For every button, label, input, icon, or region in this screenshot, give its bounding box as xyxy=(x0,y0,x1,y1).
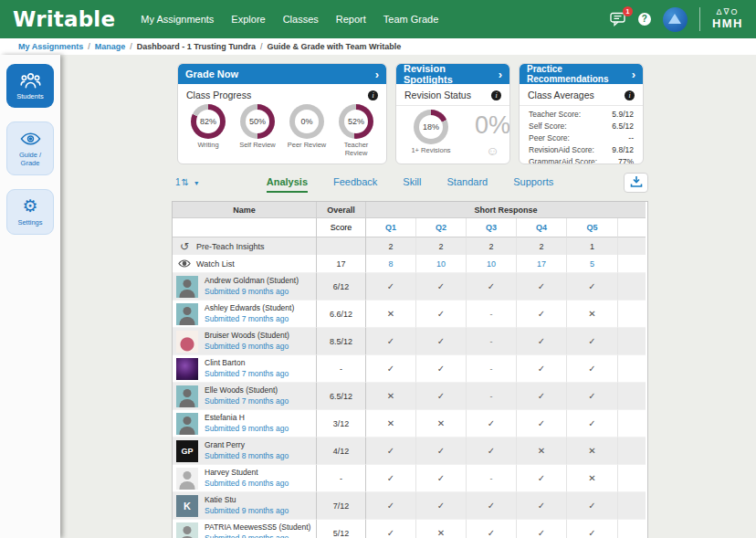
student-q5-cell: ✓ xyxy=(567,382,618,409)
sort-numeric-icon[interactable]: 1⇅ ▼ xyxy=(175,177,201,187)
student-row-name[interactable]: GPGrant PerrySubmitted 8 months ago xyxy=(173,437,317,464)
breadcrumb-item-dashboard-1-trusting-tundra: Dashboard - 1 Trusting Tundra xyxy=(137,42,256,51)
nav-item-my-assignments[interactable]: My Assignments xyxy=(141,14,214,25)
question-header-q4[interactable]: Q4 xyxy=(517,218,567,237)
tab-standard[interactable]: Standard xyxy=(447,176,488,193)
student-row-name[interactable]: Andrew Goldman (Student)Submitted 9 mont… xyxy=(173,272,317,300)
insight-row-name[interactable]: ↺Pre-Teach Insights xyxy=(173,237,317,255)
student-q3-cell: - xyxy=(467,382,517,409)
student-submitted-link[interactable]: Submitted 9 months ago xyxy=(205,533,310,538)
student-overall-cell: 3/12 xyxy=(317,409,366,437)
student-q4-cell: ✓ xyxy=(517,382,567,409)
question-header-q2[interactable]: Q2 xyxy=(416,218,467,237)
user-avatar[interactable] xyxy=(663,7,688,32)
question-header-label[interactable]: Q4 xyxy=(536,223,547,232)
student-submitted-link[interactable]: Submitted 7 months ago xyxy=(205,314,294,324)
insight-q5-value[interactable]: 5 xyxy=(590,259,594,269)
writable-logo[interactable]: Writable xyxy=(13,7,115,31)
help-button[interactable]: ? xyxy=(638,13,651,26)
question-header-label[interactable]: Q3 xyxy=(486,223,497,232)
insight-q5-cell[interactable]: 5 xyxy=(567,255,618,272)
student-q1-cell: ✓ xyxy=(366,354,416,382)
sidebar-item-settings[interactable]: ⚙Settings xyxy=(6,189,54,235)
insight-q4-value[interactable]: 17 xyxy=(537,259,546,269)
student-submitted-link[interactable]: Submitted 9 months ago xyxy=(205,506,289,516)
student-submitted-link[interactable]: Submitted 7 months ago xyxy=(205,369,289,379)
insight-q1-cell: 2 xyxy=(366,237,416,255)
column-header-name[interactable]: Name xyxy=(173,202,317,218)
nav-item-classes[interactable]: Classes xyxy=(283,14,319,25)
student-trailing-blank xyxy=(618,464,646,491)
student-submitted-link[interactable]: Submitted 9 months ago xyxy=(205,342,289,352)
info-icon[interactable]: i xyxy=(368,90,378,100)
question-header-q1[interactable]: Q1 xyxy=(366,218,416,237)
student-row-name[interactable]: PATRIA MeewesSS5 (Student)Submitted 9 mo… xyxy=(173,519,317,538)
tab-skill[interactable]: Skill xyxy=(403,176,421,193)
tab-analysis[interactable]: Analysis xyxy=(267,176,308,193)
question-header-q3[interactable]: Q3 xyxy=(467,218,517,237)
revision-donut: 18%1+ Revisions xyxy=(407,110,455,154)
practice-recommendations-header[interactable]: Practice Recommendations › xyxy=(520,64,643,84)
insight-q2-cell[interactable]: 10 xyxy=(416,255,467,272)
student-text-block: Harvey StudentSubmitted 6 months ago xyxy=(205,468,289,488)
insight-q1-cell[interactable]: 8 xyxy=(366,255,416,272)
insight-row-name[interactable]: Watch List xyxy=(173,255,317,272)
student-q2-cell: ✓ xyxy=(416,327,467,354)
summary-cards: Grade Now › Class Progress i 82%Writing5… xyxy=(177,63,648,164)
student-submitted-link[interactable]: Submitted 6 months ago xyxy=(205,479,289,489)
nav-item-report[interactable]: Report xyxy=(336,14,366,25)
student-submitted-link[interactable]: Submitted 7 months ago xyxy=(205,396,289,406)
check-mark-icon: ✓ xyxy=(437,391,445,401)
class-averages-label: Class Averages xyxy=(528,90,594,100)
download-button[interactable] xyxy=(624,173,648,193)
question-header-label[interactable]: Q1 xyxy=(385,223,396,232)
student-name: Andrew Goldman (Student) xyxy=(205,276,299,286)
question-header-q5[interactable]: Q5 xyxy=(567,218,618,237)
tab-feedback[interactable]: Feedback xyxy=(333,176,377,193)
student-submitted-link[interactable]: Submitted 8 months ago xyxy=(205,451,289,461)
student-name: Grant Perry xyxy=(205,440,289,450)
check-mark-icon: ✓ xyxy=(488,501,495,511)
student-text-block: Ashley Edwards (Student)Submitted 7 mont… xyxy=(205,303,294,323)
student-q2-cell: ✕ xyxy=(416,519,467,538)
sidebar-item-students[interactable]: Students xyxy=(6,64,54,108)
question-header-label[interactable]: Q5 xyxy=(586,223,597,232)
student-submitted-link[interactable]: Submitted 9 months ago xyxy=(205,287,299,297)
student-row-name[interactable]: KKatie StuSubmitted 9 months ago xyxy=(173,491,317,519)
student-row-name[interactable]: Ashley Edwards (Student)Submitted 7 mont… xyxy=(173,300,317,327)
revision-spotlights-card: Revision Spotlights › Revision Status i … xyxy=(395,63,510,164)
student-row-name[interactable]: Clint BartonSubmitted 7 months ago xyxy=(173,354,317,382)
student-row-name[interactable]: Harvey StudentSubmitted 6 months ago xyxy=(173,464,317,491)
student-row-name[interactable]: Elle Woods (Student)Submitted 7 months a… xyxy=(173,382,317,409)
student-q5-cell: ✓ xyxy=(567,491,618,519)
question-header-label[interactable]: Q2 xyxy=(436,223,446,232)
tab-supports[interactable]: Supports xyxy=(513,176,553,193)
student-row-name[interactable]: Bruiser Woods (Student)Submitted 9 month… xyxy=(173,327,317,354)
breadcrumb-item-my-assignments[interactable]: My Assignments xyxy=(18,42,83,51)
notifications-button[interactable]: 1 xyxy=(610,12,626,26)
nav-item-explore[interactable]: Explore xyxy=(231,14,265,25)
avatar-body-shape xyxy=(180,317,195,325)
student-row-name[interactable]: Estefania HSubmitted 9 months ago xyxy=(173,409,317,437)
revision-spotlights-header[interactable]: Revision Spotlights › xyxy=(396,64,509,84)
column-header-overall[interactable]: Overall xyxy=(317,202,366,218)
revision-spotlights-title: Revision Spotlights xyxy=(404,63,493,85)
info-icon[interactable]: i xyxy=(491,90,501,100)
insight-q2-value[interactable]: 10 xyxy=(436,259,446,269)
insight-q4-cell[interactable]: 17 xyxy=(517,255,567,272)
student-submitted-link[interactable]: Submitted 9 months ago xyxy=(205,424,289,434)
student-overall-value: 8.5/12 xyxy=(330,337,352,346)
nav-item-team-grade[interactable]: Team Grade xyxy=(383,14,439,25)
sidebar-item-guide-grade[interactable]: Guide / Grade xyxy=(6,121,54,175)
student-q1-cell: ✓ xyxy=(366,464,416,491)
grade-now-header[interactable]: Grade Now › xyxy=(178,64,386,84)
student-overall-value: 5/12 xyxy=(333,529,350,538)
insight-q3-value[interactable]: 10 xyxy=(487,259,496,269)
breadcrumb-item-manage[interactable]: Manage xyxy=(95,42,126,51)
check-mark-icon: ✓ xyxy=(437,281,445,291)
info-icon[interactable]: i xyxy=(625,90,635,100)
insight-q1-value[interactable]: 8 xyxy=(388,259,393,269)
table-toolbar: 1⇅ ▼ AnalysisFeedbackSkillStandardSuppor… xyxy=(172,173,648,198)
insight-q3-cell[interactable]: 10 xyxy=(467,255,517,272)
avatar-head-shape xyxy=(184,307,192,315)
